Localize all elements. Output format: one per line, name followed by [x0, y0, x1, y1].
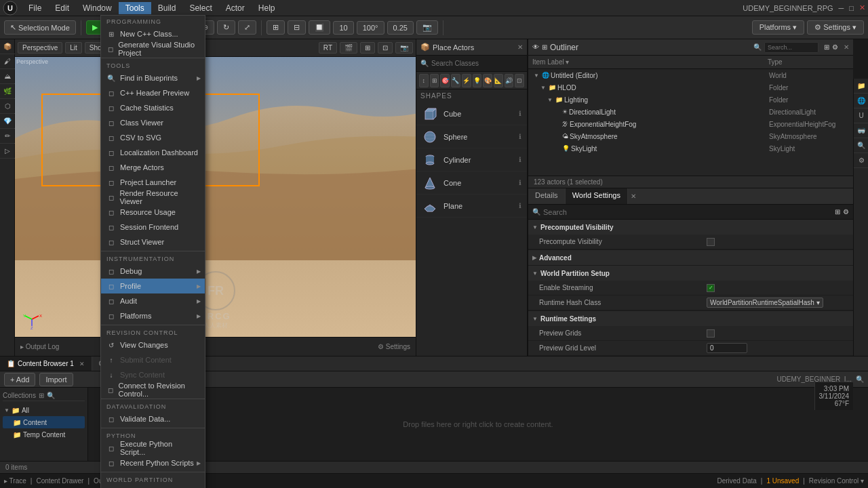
cb-tab-1-close[interactable]: ✕ [79, 361, 85, 367]
menu-struct-viewer[interactable]: ◻ Struct Viewer [101, 235, 205, 249]
pa-tool-3[interactable]: 🎯 [440, 74, 450, 87]
snap-scale[interactable]: 0.25 [387, 21, 414, 35]
menu-help[interactable]: Help [252, 2, 282, 14]
menu-connect-revision[interactable]: ◻ Connect to Revision Control... [101, 382, 205, 397]
pa-tool-5[interactable]: ⚡ [462, 74, 471, 87]
menu-file[interactable]: File [22, 2, 48, 14]
menu-platforms-instrumentation[interactable]: ◻ Platforms [101, 308, 205, 323]
section-advanced-1-header[interactable]: ▶ Advanced [528, 250, 853, 265]
tree-item-fog[interactable]: 🌫 ExponentialHeightFog ExponentialHeight… [528, 118, 853, 130]
selection-mode-btn[interactable]: ↖ Selection Mode [4, 20, 76, 35]
shape-sphere[interactable]: Sphere ℹ [416, 125, 527, 148]
status-derived-data[interactable]: Derived Data [717, 477, 756, 485]
cb-tree-temp[interactable]: 📁 Temp Content [3, 428, 85, 441]
rotate-btn[interactable]: ↻ [217, 20, 235, 35]
menu-class-viewer[interactable]: ◻ Class Viewer [101, 115, 205, 130]
maximize-btn[interactable]: □ [849, 4, 854, 12]
mode-landscape[interactable]: ⛰ [0, 69, 15, 84]
menu-cache-stats[interactable]: ◻ Cache Statistics [101, 100, 205, 115]
tree-item-dirlight[interactable]: ☀ DirectionalLight DirectionalLight [528, 106, 853, 118]
ri-ue[interactable]: U [854, 108, 868, 123]
menu-edit[interactable]: Edit [48, 2, 76, 14]
snap-btn[interactable]: ⊞ [267, 20, 285, 35]
shape-cube[interactable]: Cube ℹ [416, 102, 527, 125]
outliner-filter-icon[interactable]: ⊞ [542, 43, 547, 51]
pa-tool-1[interactable]: ↕ [419, 74, 429, 87]
shape-cylinder[interactable]: Cylinder ℹ [416, 148, 527, 171]
details-tab[interactable]: Details [528, 188, 566, 204]
menu-gen-vs[interactable]: ◻ Generate Visual Studio Project [101, 41, 205, 56]
menu-cpp-header[interactable]: ◻ C++ Header Preview [101, 85, 205, 100]
mode-paint[interactable]: 🖌 [0, 54, 15, 69]
menu-profile[interactable]: ◻ Profile [101, 279, 205, 293]
tree-item-skylight[interactable]: 💡 SkyLight SkyLight [528, 142, 853, 155]
shape-plane[interactable]: Plane ℹ [416, 195, 527, 218]
menu-find-blueprints[interactable]: 🔍 Find in Blueprints [101, 70, 205, 85]
menu-exec-python[interactable]: ◻ Execute Python Script... [101, 441, 205, 455]
mode-anim[interactable]: ▷ [0, 144, 15, 159]
menu-project-launcher[interactable]: ◻ Project Launcher [101, 175, 205, 190]
collections-search-icon[interactable]: 🔍 [47, 392, 55, 399]
outliner-view-icon[interactable]: 👁 [532, 43, 539, 51]
menu-build[interactable]: Build [151, 2, 183, 14]
menu-recent-python[interactable]: ◻ Recent Python Scripts [101, 455, 205, 470]
ri-content-drawer[interactable]: 📁 [854, 79, 868, 94]
menu-merge-actors[interactable]: ◻ Merge Actors [101, 160, 205, 175]
cb-tab-1[interactable]: 📋 Content Browser 1 ✕ [0, 357, 92, 371]
snap-grid-btn[interactable]: ⊟ [288, 20, 306, 35]
mode-place[interactable]: 📦 [0, 39, 15, 54]
shape-cone[interactable]: Cone ℹ [416, 171, 527, 195]
snap-angle-btn[interactable]: 🔲 [309, 20, 330, 35]
place-actors-close[interactable]: ✕ [517, 43, 523, 51]
pa-tool-6[interactable]: 💡 [473, 74, 482, 87]
menu-select[interactable]: Select [182, 2, 218, 14]
vp-grid-btn[interactable]: ⊞ [360, 42, 375, 54]
outliner-settings-icon[interactable]: ⚙ [832, 43, 838, 51]
outliner-add-icon[interactable]: ⊞ [824, 43, 829, 51]
preview-grid-level-input[interactable] [707, 343, 747, 353]
details-search-input[interactable] [543, 208, 832, 216]
pa-tool-4[interactable]: 🔧 [451, 74, 460, 87]
runtime-hash-dropdown[interactable]: WorldPartitionRuntimeSpatialHash ▾ [707, 298, 823, 308]
status-trace[interactable]: ▸ Trace [4, 477, 26, 485]
pa-tool-8[interactable]: 📐 [494, 74, 503, 87]
vp-settings-btn[interactable]: ⚙ Settings [378, 343, 410, 350]
details-grid-icon[interactable]: ⊞ [835, 208, 840, 216]
menu-resource-usage[interactable]: ◻ Resource Usage [101, 205, 205, 220]
cb-search-icon[interactable]: 🔍 [856, 375, 864, 383]
menu-validate-data[interactable]: ◻ Validate Data... [101, 411, 205, 426]
details-settings-icon[interactable]: ⚙ [843, 208, 849, 216]
menu-audit[interactable]: ◻ Audit [101, 293, 205, 308]
enable-streaming-checkbox[interactable]: ✓ [707, 284, 715, 292]
vp-snap-btn[interactable]: ⊡ [378, 42, 393, 54]
menu-new-cpp[interactable]: ⊞ New C++ Class... [101, 26, 205, 41]
col-item-label[interactable]: Item Label ▾ [532, 58, 768, 66]
scale-btn[interactable]: ⤢ [238, 20, 256, 35]
close-btn[interactable]: ✕ [859, 3, 865, 12]
cb-tree-all[interactable]: ▼ 📁 All [3, 404, 85, 416]
status-revision[interactable]: Revision Control ▾ [809, 477, 864, 485]
pa-tool-7[interactable]: 🎨 [483, 74, 492, 87]
vp-perspective-btn[interactable]: Perspective [18, 42, 62, 54]
cb-tree-content[interactable]: 📁 Content [3, 416, 85, 428]
pa-tool-2[interactable]: ⊞ [430, 74, 439, 87]
menu-convert-level[interactable]: ◻ Convert Level... [101, 485, 205, 488]
section-runtime-header[interactable]: ▼ Runtime Settings [528, 311, 853, 326]
outliner-close[interactable]: ✕ [844, 43, 849, 51]
snap-val1[interactable]: 10 [333, 21, 353, 35]
ri-vr[interactable]: 🥽 [854, 123, 868, 138]
menu-debug[interactable]: ◻ Debug [101, 264, 205, 279]
menu-window[interactable]: Window [76, 2, 119, 14]
vp-realtime-btn[interactable]: RT [319, 42, 337, 54]
collections-add-icon[interactable]: ⊞ [39, 392, 44, 399]
settings-btn[interactable]: ⚙ Settings ▾ [807, 20, 864, 35]
ri-settings[interactable]: ⚙ [854, 153, 868, 168]
outliner-search[interactable] [768, 44, 815, 51]
pa-tool-10[interactable]: ⊡ [515, 74, 524, 87]
section-precomputed-header[interactable]: ▼ Precomputed Visibility [528, 220, 853, 235]
tree-item-hlod[interactable]: ▼ 📁 HLOD Folder [528, 81, 853, 94]
platforms-btn[interactable]: Platforms ▾ [752, 20, 805, 35]
mode-mesh[interactable]: ⬡ [0, 99, 15, 114]
pa-tool-9[interactable]: 🔊 [505, 74, 514, 87]
world-settings-tab[interactable]: World Settings [566, 188, 628, 204]
